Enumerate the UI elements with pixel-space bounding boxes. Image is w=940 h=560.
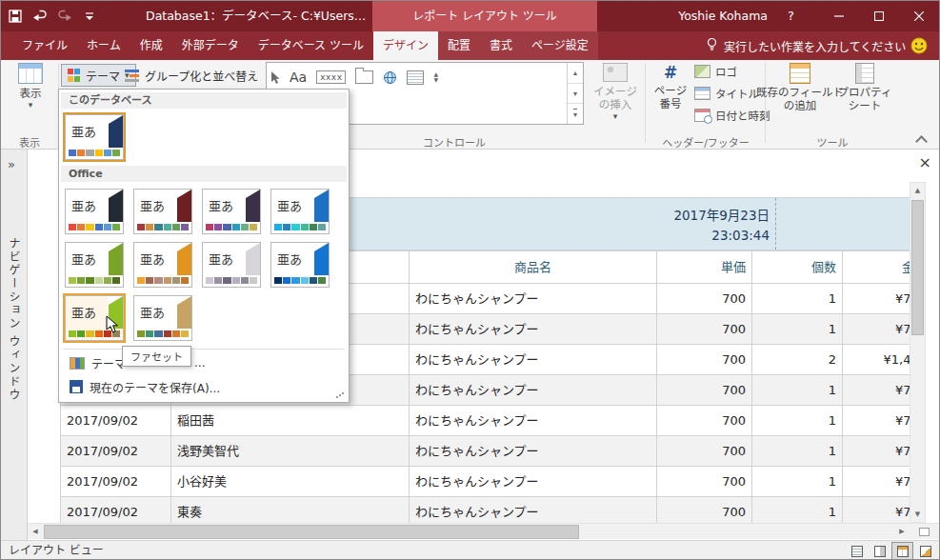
cell-unit_price[interactable]: 700 (657, 345, 752, 375)
design-view-button[interactable] (914, 542, 936, 560)
cell-product[interactable]: わにちゃんシャンプー (410, 314, 657, 345)
theme-thumbnail-office-7[interactable]: 亜あ (202, 242, 261, 288)
redo-button[interactable] (56, 8, 73, 25)
column-header[interactable]: 単価 (657, 251, 752, 284)
collapse-ribbon-button[interactable] (914, 134, 928, 146)
cell-unit_price[interactable]: 700 (657, 284, 752, 314)
label-control-icon[interactable]: Aa (290, 70, 307, 85)
hyperlink-globe-icon[interactable] (383, 70, 397, 85)
tab-6[interactable]: デザイン (373, 31, 438, 60)
tab-4[interactable]: 外部データ (172, 31, 249, 60)
gallery-down-button[interactable]: ▾ (568, 84, 583, 105)
cell-qty[interactable]: 1 (752, 284, 843, 314)
theme-thumbnail-office-4[interactable]: 亜あ (270, 189, 330, 234)
cell-name[interactable]: 稲田茜 (171, 406, 410, 436)
property-sheet-button[interactable]: プロパティ シート (837, 63, 892, 112)
minimize-button[interactable] (819, 1, 859, 31)
theme-thumbnail-office-6[interactable]: 亜あ (133, 242, 192, 288)
report-date[interactable]: 2017年9月23日 (673, 205, 770, 224)
tab-control-icon[interactable] (355, 70, 373, 84)
cell-qty[interactable]: 1 (752, 314, 843, 345)
help-button[interactable]: ? (788, 1, 794, 31)
cell-qty[interactable]: 1 (752, 467, 843, 497)
theme-thumbnail-office-10[interactable]: 亜あ (133, 295, 192, 341)
navigation-pane-collapsed[interactable]: » ナビゲーション ウィンドウ (1, 150, 28, 540)
cell-name[interactable]: 小谷好美 (171, 467, 410, 497)
cell-date[interactable]: 2017/09/02 (61, 436, 171, 467)
cell-unit_price[interactable]: 700 (657, 375, 752, 406)
cell-product[interactable]: わにちゃんシャンプー (410, 436, 657, 467)
column-header[interactable]: 金額 (843, 251, 913, 284)
spin-control-icon[interactable]: ▲▼ (433, 71, 438, 83)
undo-button[interactable] (31, 8, 49, 25)
tab-3[interactable]: 作成 (130, 31, 172, 60)
account-name[interactable]: Yoshie Kohama (678, 1, 768, 31)
cell-unit_price[interactable]: 700 (657, 467, 752, 497)
logo-button[interactable]: ロゴ (694, 64, 770, 79)
expand-nav-pane-button[interactable]: » (8, 157, 15, 171)
close-button[interactable] (899, 1, 939, 31)
cell-amount[interactable]: ¥700 (843, 314, 913, 345)
cell-unit_price[interactable]: 700 (657, 314, 752, 345)
horizontal-scrollbar-thumb[interactable] (44, 525, 579, 539)
cell-amount[interactable]: ¥700 (843, 436, 913, 467)
report-time[interactable]: 23:03:44 (711, 228, 770, 243)
add-existing-fields-button[interactable]: 既存のフィールド の追加 (769, 63, 831, 112)
group-and-sort-button[interactable]: グループ化と並べ替え (125, 64, 258, 87)
scroll-down-arrow[interactable]: ▼ (910, 507, 925, 522)
listbox-control-icon[interactable] (407, 70, 424, 85)
cell-qty[interactable]: 1 (752, 375, 843, 406)
cell-unit_price[interactable]: 700 (657, 436, 752, 467)
cell-product[interactable]: わにちゃんシャンプー (410, 284, 657, 314)
cell-amount[interactable]: ¥700 (843, 406, 913, 436)
horizontal-scrollbar[interactable]: ◀ ▶ (28, 523, 910, 539)
view-button[interactable]: 表示 ▾ (7, 63, 54, 110)
cell-product[interactable]: わにちゃんシャンプー (410, 406, 657, 436)
cell-qty[interactable]: 1 (752, 406, 843, 436)
textbox-control-icon[interactable]: xxxx (316, 70, 346, 84)
cell-product[interactable]: わにちゃんシャンプー (410, 375, 657, 406)
scroll-left-arrow[interactable]: ◀ (28, 524, 43, 539)
theme-thumbnail-office-1[interactable]: 亜あ (65, 189, 124, 234)
cell-amount[interactable]: ¥700 (843, 467, 913, 497)
cell-amount[interactable]: ¥700 (843, 284, 913, 314)
vertical-scrollbar[interactable]: ▲ ▼ (910, 182, 926, 523)
select-control-icon[interactable] (270, 71, 280, 84)
cell-unit_price[interactable]: 700 (657, 406, 752, 436)
tab-9[interactable]: ページ設定 (522, 31, 598, 60)
customize-qat-button[interactable] (81, 8, 98, 25)
cell-amount[interactable]: ¥1,400 (843, 345, 913, 375)
scroll-up-arrow[interactable]: ▲ (910, 183, 925, 198)
gallery-resize-grip[interactable] (335, 391, 345, 399)
page-number-button[interactable]: # ページ 番号 (649, 63, 692, 110)
vertical-scrollbar-thumb[interactable] (911, 200, 924, 335)
theme-thumbnail-current[interactable]: 亜あ (65, 114, 124, 160)
gallery-more-button[interactable]: ▾ (568, 104, 583, 124)
cell-amount[interactable]: ¥700 (843, 375, 913, 406)
theme-thumbnail-office-5[interactable]: 亜あ (65, 242, 124, 288)
gallery-up-button[interactable]: ▴ (568, 63, 583, 84)
insert-image-button[interactable]: イメージ の挿入 ▾ (590, 63, 641, 121)
print-preview-button[interactable] (869, 542, 890, 560)
cell-product[interactable]: わにちゃんシャンプー (410, 345, 657, 375)
tab-7[interactable]: 配置 (438, 31, 480, 60)
browse-themes-menuitem[interactable]: テーマ ... (61, 352, 347, 373)
cell-name[interactable]: 浅野美智代 (171, 436, 410, 467)
layout-view-button[interactable] (891, 542, 913, 560)
cell-date[interactable]: 2017/09/02 (61, 406, 171, 436)
theme-thumbnail-office-3[interactable]: 亜あ (202, 189, 261, 234)
maximize-button[interactable] (859, 1, 899, 31)
column-header[interactable]: 商品名 (410, 251, 657, 284)
tab-1[interactable]: ファイル (12, 31, 77, 60)
save-current-theme-menuitem[interactable]: 現在のテーマを保存(A)... (61, 376, 347, 397)
cell-product[interactable]: わにちゃんシャンプー (410, 467, 657, 497)
cell-date[interactable]: 2017/09/02 (61, 467, 171, 497)
tell-me-box[interactable]: 実行したい作業を入力してください (706, 31, 906, 60)
cell-qty[interactable]: 1 (752, 436, 843, 467)
tab-2[interactable]: ホーム (77, 31, 130, 60)
date-time-button[interactable]: 日付と時刻 (694, 108, 770, 123)
tab-8[interactable]: 書式 (480, 31, 522, 60)
theme-thumbnail-office-8[interactable]: 亜あ (270, 242, 330, 288)
cell-qty[interactable]: 2 (752, 345, 843, 375)
theme-thumbnail-office-2[interactable]: 亜あ (133, 189, 192, 234)
